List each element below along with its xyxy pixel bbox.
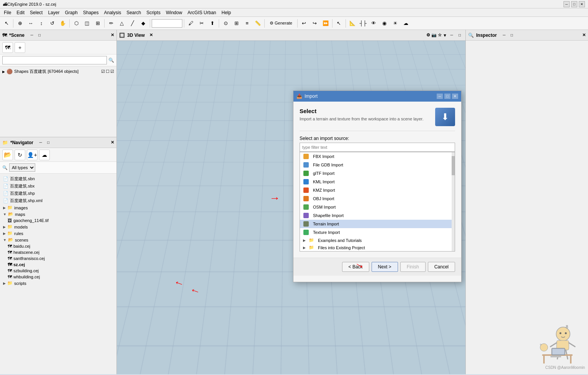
menu-shapes[interactable]: Shapes xyxy=(81,9,101,16)
zoom-tool[interactable]: ↕ xyxy=(36,18,46,28)
search-icon[interactable]: 🔍 xyxy=(108,58,114,63)
grid-snap-tool[interactable]: ⊞ xyxy=(231,18,241,28)
extrude-tool[interactable]: ⬆ xyxy=(207,18,217,28)
nav-item-shp[interactable]: 📄 百度建筑.shp xyxy=(0,190,116,197)
menu-window[interactable]: Window xyxy=(164,9,185,16)
nav-item-scripts[interactable]: ▶ 📁 scripts xyxy=(0,280,116,286)
menu-graph[interactable]: Graph xyxy=(62,9,80,16)
dialog-list-item[interactable]: Terrain Import xyxy=(300,220,455,228)
paint-tool[interactable]: 🖊 xyxy=(186,18,196,28)
forward-btn[interactable]: ⏩ xyxy=(321,18,331,28)
scene-maximize[interactable]: □ xyxy=(36,32,43,39)
scene-layer-item[interactable]: ▶ 🟤 Shapes 百度建筑 [670464 objects] ☑ ☐ ☑ xyxy=(2,68,114,75)
dialog-list-item[interactable]: glTF Import xyxy=(300,169,455,178)
menu-scripts[interactable]: Scripts xyxy=(144,9,163,16)
nav-item-sbx[interactable]: 📄 百度建筑.sbx xyxy=(0,183,116,190)
nav-minimize[interactable]: ─ xyxy=(37,139,44,146)
nav-import-btn[interactable]: 👤+ xyxy=(27,150,38,160)
cancel-button[interactable]: Cancel xyxy=(428,262,455,272)
layer-check1[interactable]: ☑ xyxy=(101,69,105,74)
next-button[interactable]: Next > xyxy=(372,262,398,272)
dialog-list-item[interactable]: OBJ Import xyxy=(300,194,455,203)
menu-search[interactable]: Search xyxy=(124,9,143,16)
minimize-btn[interactable]: ─ xyxy=(563,1,570,7)
cut-tool[interactable]: ✂ xyxy=(197,18,206,28)
objects-tool[interactable]: ⬡ xyxy=(71,18,81,28)
scrollbar-thumb[interactable] xyxy=(452,156,455,175)
nav-filter-select[interactable]: All types xyxy=(9,163,35,172)
nav-item-heat[interactable]: 🗺 heatscene.cej xyxy=(0,249,116,255)
layer-tool[interactable]: ◫ xyxy=(82,18,92,28)
nav-item-rules[interactable]: ▶ 📁 rules xyxy=(0,230,116,237)
dialog-list-item[interactable]: Texture Import xyxy=(300,228,455,237)
inspector-maximize[interactable]: □ xyxy=(508,32,515,39)
cloud-btn[interactable]: ☁ xyxy=(401,18,411,28)
nav-folder-btn[interactable]: 📂 xyxy=(2,150,13,160)
dialog-close[interactable]: ✕ xyxy=(452,94,458,99)
ruler-btn[interactable]: 📐 xyxy=(347,18,357,28)
select-tool[interactable]: ↖ xyxy=(2,18,11,28)
nav-item-scenes[interactable]: ▼ 📂 scenes xyxy=(0,237,116,243)
rotate-tool[interactable]: ↺ xyxy=(47,18,57,28)
view-3d-close[interactable]: ✕ xyxy=(149,33,153,38)
nav-item-sz[interactable]: 🗺 sz.cej xyxy=(0,262,116,268)
edge-tool[interactable]: ╱ xyxy=(128,18,138,28)
dialog-list-item[interactable]: OSM Import xyxy=(300,203,455,211)
nav-item-tif[interactable]: 🖼 gaocheng_114E.tif xyxy=(0,217,116,224)
nav-maximize[interactable]: □ xyxy=(45,139,52,146)
scene-close[interactable]: ✕ xyxy=(111,33,114,38)
align-tool[interactable]: ⊞ xyxy=(93,18,103,28)
dialog-list-item[interactable]: FBX Import xyxy=(300,152,455,161)
dialog-minimize[interactable]: ─ xyxy=(437,94,443,99)
generate-btn[interactable]: ⚙ Generate xyxy=(266,18,296,28)
orbit-tool[interactable]: ↔ xyxy=(26,18,36,28)
inspector-minimize[interactable]: ─ xyxy=(501,32,508,39)
scene-search-input[interactable] xyxy=(2,56,107,64)
view-maximize[interactable]: □ xyxy=(456,32,463,39)
measure2-btn[interactable]: ┤├ xyxy=(358,18,368,28)
scene-minimize[interactable]: ─ xyxy=(28,32,35,39)
menu-arcgis[interactable]: ArcGIS Urban xyxy=(185,9,219,16)
dialog-list-item[interactable]: KMZ Import xyxy=(300,186,455,194)
scrollbar-track[interactable] xyxy=(452,152,455,251)
add-shape-btn[interactable]: + xyxy=(15,42,25,53)
dialog-maximize[interactable]: □ xyxy=(444,94,450,99)
menu-file[interactable]: File xyxy=(2,9,13,16)
dialog-filter-input[interactable] xyxy=(300,143,455,152)
add-layer-btn[interactable]: 🗺 xyxy=(2,42,13,53)
inspector-close[interactable]: ✕ xyxy=(582,33,586,38)
dialog-list-item[interactable]: ▶📁Files into Existing Project xyxy=(300,244,455,251)
nav-item-xml[interactable]: 📄 百度建筑.shp.xml xyxy=(0,197,116,204)
close-btn[interactable]: ✕ xyxy=(579,1,585,7)
menu-analysis[interactable]: Analysis xyxy=(102,9,123,16)
snap-tool[interactable]: ⊙ xyxy=(221,18,231,28)
nav-item-sbn[interactable]: 📄 百度建筑.sbn xyxy=(0,175,116,183)
dialog-list-item[interactable]: File GDB Import xyxy=(300,161,455,169)
back-button[interactable]: < Back xyxy=(342,262,369,272)
draw-tool[interactable]: ✏ xyxy=(106,18,116,28)
undo-btn[interactable]: ↩ xyxy=(299,18,309,28)
measure-tool[interactable]: 📏 xyxy=(253,18,263,28)
align2-tool[interactable]: ≡ xyxy=(242,18,252,28)
pan-tool[interactable]: ✋ xyxy=(58,18,68,28)
nav-item-maps[interactable]: ▼ 📂 maps xyxy=(0,211,116,217)
move-tool[interactable]: ⊕ xyxy=(15,18,25,28)
dialog-list-item[interactable]: Shapefile Import xyxy=(300,211,455,220)
sun-btn[interactable]: ☀ xyxy=(390,18,400,28)
layer-check3[interactable]: ☑ xyxy=(110,69,114,74)
nav-item-whbuilding[interactable]: 🗺 whbuilding.cej xyxy=(0,274,116,280)
menu-select[interactable]: Select xyxy=(28,9,45,16)
menu-help[interactable]: Help xyxy=(219,9,233,16)
finish-button[interactable]: Finish xyxy=(400,262,426,272)
dialog-list-item[interactable]: KML Import xyxy=(300,178,455,186)
navigator-close[interactable]: ✕ xyxy=(111,140,114,145)
nav-cloud-btn[interactable]: ☁ xyxy=(39,150,50,160)
maximize-btn[interactable]: □ xyxy=(571,1,577,7)
redo-btn[interactable]: ↪ xyxy=(310,18,320,28)
layer-check2[interactable]: ☐ xyxy=(106,69,110,74)
nav-refresh-btn[interactable]: ↻ xyxy=(15,150,25,160)
dialog-list-item[interactable]: ▶📁Examples and Tutorials xyxy=(300,237,455,244)
point-tool[interactable]: ◆ xyxy=(138,18,148,28)
perspective-btn[interactable]: ◉ xyxy=(380,18,390,28)
nav-item-szbuilding[interactable]: 🗺 szbuilding.cej xyxy=(0,268,116,274)
